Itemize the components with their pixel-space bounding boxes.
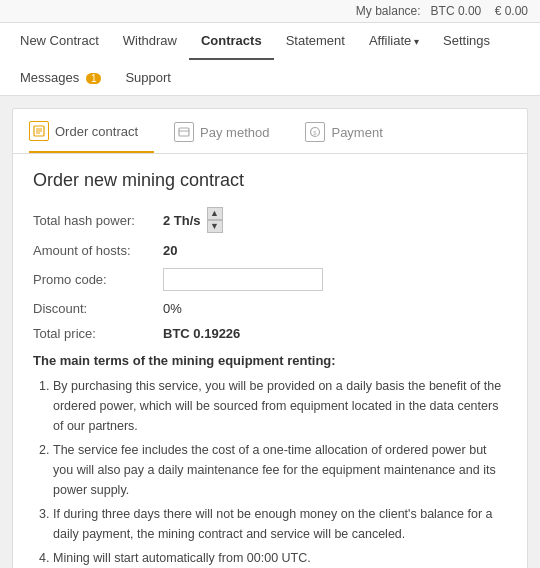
hash-power-stepper[interactable]: ▲ ▼ <box>207 207 223 233</box>
hash-power-row: Total hash power: 2 Th/s ▲ ▼ <box>33 207 507 233</box>
nav-statement[interactable]: Statement <box>274 23 357 60</box>
messages-badge: 1 <box>86 73 102 84</box>
terms-list: By purchasing this service, you will be … <box>33 376 507 568</box>
nav-contracts[interactable]: Contracts <box>189 23 274 60</box>
balance-bar: My balance: BTC 0.00 € 0.00 <box>0 0 540 23</box>
promo-row: Promo code: <box>33 268 507 291</box>
total-price-value: BTC 0.19226 <box>163 326 240 341</box>
svg-text:$: $ <box>314 130 318 136</box>
hash-power-up[interactable]: ▲ <box>207 207 223 220</box>
term-4: Mining will start automatically from 00:… <box>53 548 507 568</box>
page-title: Order new mining contract <box>33 170 507 191</box>
order-contract-icon <box>29 121 49 141</box>
nav-messages[interactable]: Messages 1 <box>8 60 113 95</box>
discount-row: Discount: 0% <box>33 301 507 316</box>
term-2: The service fee includes the cost of a o… <box>53 440 507 500</box>
content-area: Order new mining contract Total hash pow… <box>13 154 527 568</box>
balance-label: My balance: <box>356 4 421 18</box>
discount-label: Discount: <box>33 301 163 316</box>
hash-power-down[interactable]: ▼ <box>207 220 223 233</box>
nav-new-contract[interactable]: New Contract <box>8 23 111 60</box>
hash-power-label: Total hash power: <box>33 213 163 228</box>
total-price-label: Total price: <box>33 326 163 341</box>
tab-pay-method-label: Pay method <box>200 125 269 140</box>
promo-input[interactable] <box>163 268 323 291</box>
step-tabs: Order contract Pay method $ Payment <box>13 109 527 154</box>
term-3: If during three days there will not be e… <box>53 504 507 544</box>
hosts-row: Amount of hosts: 20 <box>33 243 507 258</box>
main-card: Order contract Pay method $ Payment Orde… <box>12 108 528 568</box>
discount-value: 0% <box>163 301 182 316</box>
tab-pay-method[interactable]: Pay method <box>174 109 285 153</box>
hosts-label: Amount of hosts: <box>33 243 163 258</box>
tab-order-contract[interactable]: Order contract <box>29 109 154 153</box>
payment-icon: $ <box>305 122 325 142</box>
pay-method-icon <box>174 122 194 142</box>
nav-support[interactable]: Support <box>113 60 183 95</box>
promo-label: Promo code: <box>33 272 163 287</box>
hash-power-value: 2 Th/s <box>163 213 201 228</box>
nav-affiliate[interactable]: Affiliate <box>357 23 431 60</box>
hosts-value: 20 <box>163 243 177 258</box>
total-price-row: Total price: BTC 0.19226 <box>33 326 507 341</box>
nav-withdraw[interactable]: Withdraw <box>111 23 189 60</box>
tab-payment-label: Payment <box>331 125 382 140</box>
tab-payment[interactable]: $ Payment <box>305 109 398 153</box>
svg-rect-4 <box>179 128 189 136</box>
terms-title: The main terms of the mining equipment r… <box>33 353 507 368</box>
nav-settings[interactable]: Settings <box>431 23 502 60</box>
btc-balance: BTC 0.00 <box>431 4 482 18</box>
term-1: By purchasing this service, you will be … <box>53 376 507 436</box>
navbar: New Contract Withdraw Contracts Statemen… <box>0 23 540 96</box>
tab-order-contract-label: Order contract <box>55 124 138 139</box>
eur-balance: € 0.00 <box>495 4 528 18</box>
